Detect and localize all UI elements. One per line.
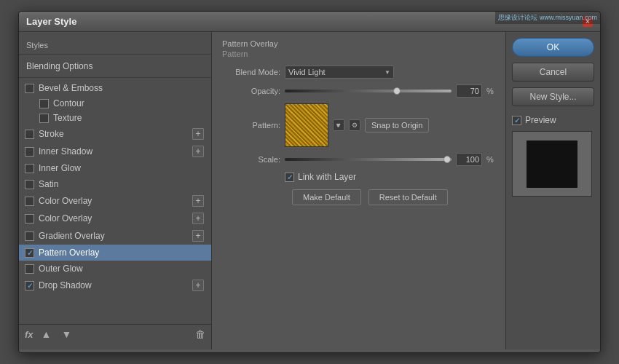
color-overlay-2-checkbox[interactable] xyxy=(25,214,34,223)
pattern-picker-row: ▼ ⚙ Snap to Origin xyxy=(285,103,429,147)
sidebar-item-contour[interactable]: Contour xyxy=(19,96,211,111)
gradient-overlay-plus-button[interactable]: + xyxy=(192,230,204,242)
opacity-input[interactable] xyxy=(456,84,482,98)
inner-shadow-left: Inner Shadow xyxy=(25,146,92,157)
sidebar-item-pattern-overlay[interactable]: Pattern Overlay xyxy=(19,245,211,261)
pattern-overlay-checkbox[interactable] xyxy=(25,248,34,258)
sidebar-item-texture[interactable]: Texture xyxy=(19,111,211,125)
opacity-slider[interactable] xyxy=(285,90,452,92)
gradient-overlay-label: Gradient Overlay xyxy=(39,231,105,241)
sidebar-item-gradient-overlay[interactable]: Gradient Overlay + xyxy=(19,227,211,245)
sidebar-item-drop-shadow[interactable]: Drop Shadow + xyxy=(19,277,211,294)
pattern-preview[interactable] xyxy=(285,103,328,147)
stroke-checkbox[interactable] xyxy=(25,130,34,139)
sidebar-item-inner-shadow[interactable]: Inner Shadow + xyxy=(19,143,211,160)
pattern-dropdown-button[interactable]: ▼ xyxy=(333,119,344,131)
texture-checkbox[interactable] xyxy=(39,114,49,123)
new-style-button[interactable]: New Style... xyxy=(512,87,594,106)
sidebar-item-inner-glow[interactable]: Inner Glow xyxy=(19,160,211,176)
bevel-emboss-checkbox[interactable] xyxy=(25,84,34,93)
sidebar-item-color-overlay-1[interactable]: Color Overlay + xyxy=(19,192,211,210)
opacity-slider-container: % xyxy=(285,84,495,98)
up-arrow-button[interactable]: ▲ xyxy=(39,328,54,340)
scale-slider-container: % xyxy=(285,153,495,166)
dialog-title: Layer Style xyxy=(26,16,76,27)
preview-canvas xyxy=(512,131,592,197)
fx-button[interactable]: fx xyxy=(25,329,33,340)
pattern-label: Pattern: xyxy=(222,121,280,130)
outer-glow-label: Outer Glow xyxy=(39,264,83,274)
drop-shadow-checkbox[interactable] xyxy=(25,281,34,290)
make-default-button[interactable]: Make Default xyxy=(292,189,361,205)
left-panel-bottom: fx ▲ ▼ 🗑 xyxy=(19,324,211,344)
inner-glow-left: Inner Glow xyxy=(25,163,81,173)
opacity-label: Opacity: xyxy=(222,87,280,95)
gradient-overlay-left: Gradient Overlay xyxy=(25,231,105,241)
color-overlay-2-plus-button[interactable]: + xyxy=(192,213,204,224)
down-arrow-button[interactable]: ▼ xyxy=(59,328,74,340)
opacity-thumb[interactable] xyxy=(393,87,401,95)
drop-shadow-plus-button[interactable]: + xyxy=(192,280,204,291)
watermark: 思缘设计论坛 www.missyuan.com xyxy=(495,12,600,24)
scale-slider[interactable] xyxy=(285,158,452,161)
outer-glow-checkbox[interactable] xyxy=(25,264,34,274)
cancel-button[interactable]: Cancel xyxy=(512,63,594,82)
link-checkbox-row: Link with Layer xyxy=(285,172,356,182)
color-overlay-1-left: Color Overlay xyxy=(25,196,92,206)
layer-style-dialog: Layer Style × 思缘设计论坛 www.missyuan.com St… xyxy=(18,11,601,353)
color-overlay-1-label: Color Overlay xyxy=(39,196,92,206)
styles-header: Styles xyxy=(19,38,211,55)
ok-button[interactable]: OK xyxy=(512,38,594,57)
blend-mode-wrapper: Vivid Light Normal Multiply Screen Overl… xyxy=(285,66,394,79)
inner-glow-label: Inner Glow xyxy=(39,163,81,173)
sidebar-item-satin[interactable]: Satin xyxy=(19,176,211,192)
scale-row: Scale: % xyxy=(222,153,495,166)
color-overlay-1-plus-button[interactable]: + xyxy=(192,195,204,207)
drop-shadow-left: Drop Shadow xyxy=(25,280,92,290)
snap-to-origin-button[interactable]: Snap to Origin xyxy=(365,118,429,132)
link-with-layer-checkbox[interactable] xyxy=(285,173,294,182)
contour-label: Contour xyxy=(53,98,84,108)
inner-glow-checkbox[interactable] xyxy=(25,164,34,173)
sidebar-item-outer-glow[interactable]: Outer Glow xyxy=(19,261,211,277)
delete-button[interactable]: 🗑 xyxy=(195,328,205,340)
reset-to-default-button[interactable]: Reset to Default xyxy=(368,189,448,205)
texture-label: Texture xyxy=(53,113,82,123)
section-title: Pattern Overlay xyxy=(222,39,495,48)
action-row: Make Default Reset to Default xyxy=(222,189,495,205)
bevel-emboss-label: Bevel & Emboss xyxy=(39,83,103,93)
dialog-body: Styles Blending Options Bevel & Emboss C… xyxy=(19,32,600,349)
contour-checkbox[interactable] xyxy=(39,99,49,108)
opacity-unit: % xyxy=(486,87,495,95)
preview-checkbox[interactable] xyxy=(512,116,521,125)
blend-mode-row: Blend Mode: Vivid Light Normal Multiply … xyxy=(222,66,495,79)
preview-label-row: Preview xyxy=(512,115,594,125)
blend-mode-select[interactable]: Vivid Light Normal Multiply Screen Overl… xyxy=(285,66,394,79)
pattern-overlay-label: Pattern Overlay xyxy=(39,248,99,258)
stroke-label: Stroke xyxy=(39,129,64,139)
scale-input[interactable] xyxy=(456,153,482,166)
outer-glow-left: Outer Glow xyxy=(25,264,83,274)
satin-checkbox[interactable] xyxy=(25,180,34,189)
gradient-overlay-checkbox[interactable] xyxy=(25,232,34,241)
sidebar-item-stroke[interactable]: Stroke + xyxy=(19,125,211,143)
inner-shadow-plus-button[interactable]: + xyxy=(192,146,204,157)
preview-section: Preview xyxy=(512,115,594,197)
pattern-row: Pattern: ▼ ⚙ Snap to Origin xyxy=(222,103,495,147)
inner-shadow-checkbox[interactable] xyxy=(25,147,34,157)
link-with-layer-row: Link with Layer xyxy=(222,172,495,182)
section-subtitle: Pattern xyxy=(222,50,495,58)
blending-options-item[interactable]: Blending Options xyxy=(19,58,211,75)
blend-mode-label: Blend Mode: xyxy=(222,68,280,76)
pattern-dropdown-wrapper: ▼ xyxy=(333,119,344,131)
stroke-plus-button[interactable]: + xyxy=(192,128,204,140)
sidebar-item-color-overlay-2[interactable]: Color Overlay + xyxy=(19,210,211,227)
scale-thumb[interactable] xyxy=(443,156,451,163)
pattern-options-button[interactable]: ⚙ xyxy=(349,119,360,131)
scale-unit: % xyxy=(486,155,495,164)
sidebar-item-bevel-emboss[interactable]: Bevel & Emboss xyxy=(19,80,211,96)
link-with-layer-label: Link with Layer xyxy=(298,172,356,182)
pattern-overlay-left: Pattern Overlay xyxy=(25,248,99,258)
color-overlay-1-checkbox[interactable] xyxy=(25,197,34,206)
inner-shadow-label: Inner Shadow xyxy=(39,146,92,157)
